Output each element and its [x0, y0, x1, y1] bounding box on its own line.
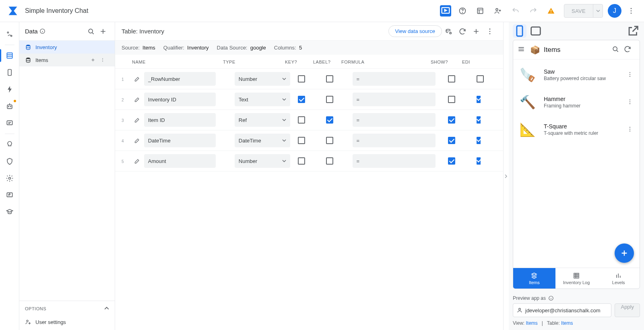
show-checkbox[interactable]	[448, 116, 455, 124]
rail-views-icon[interactable]	[2, 64, 18, 80]
more-icon[interactable]	[483, 25, 497, 38]
edit-row-icon[interactable]	[132, 117, 142, 123]
open-external-icon[interactable]	[626, 24, 640, 38]
apply-button[interactable]: Apply	[615, 303, 640, 317]
show-checkbox[interactable]	[448, 157, 455, 165]
search-icon[interactable]	[85, 25, 97, 37]
info-icon[interactable]	[548, 295, 554, 301]
add-icon[interactable]	[91, 56, 99, 64]
fab-add-button[interactable]	[615, 243, 634, 263]
add-column-icon[interactable]	[469, 25, 483, 38]
presentation-icon[interactable]	[440, 5, 451, 16]
list-item[interactable]: 🔨 Hammer Framing hammer	[513, 89, 640, 116]
column-name-input[interactable]	[144, 113, 216, 127]
column-type-select[interactable]: Ref	[235, 113, 290, 127]
phone-tab[interactable]: Inventory Log	[555, 268, 598, 289]
column-type-select[interactable]: Number	[235, 154, 290, 168]
item-more-icon[interactable]	[625, 124, 635, 135]
show-checkbox[interactable]	[448, 137, 455, 144]
options-header[interactable]: OPTIONS	[19, 301, 115, 316]
key-checkbox[interactable]	[298, 157, 305, 165]
footer-table-link[interactable]: Items	[561, 320, 573, 326]
rail-chat-icon[interactable]	[2, 115, 18, 131]
edit-row-icon[interactable]	[132, 138, 142, 144]
preview-email-input[interactable]: jdeveloper@christianschalk.com	[513, 303, 611, 317]
rail-intelligence-icon[interactable]	[2, 136, 18, 153]
refresh-icon[interactable]	[456, 25, 469, 38]
key-checkbox[interactable]	[298, 96, 305, 103]
rail-home-icon[interactable]	[2, 26, 18, 42]
data-item-inventory[interactable]: Inventory	[19, 41, 115, 54]
column-name-input[interactable]	[144, 72, 216, 86]
menu-icon[interactable]	[517, 45, 525, 54]
item-more-icon[interactable]	[625, 97, 635, 108]
edit-row-icon[interactable]	[132, 76, 142, 82]
avatar[interactable]: J	[608, 4, 621, 18]
list-item[interactable]: 🪚 Saw Battery powered circular saw	[513, 61, 640, 89]
column-type-select[interactable]: DateTime	[235, 134, 290, 147]
warning-icon[interactable]	[543, 3, 559, 19]
save-dropdown[interactable]	[593, 4, 603, 17]
search-icon[interactable]	[611, 45, 619, 54]
mobile-mode-button[interactable]	[513, 24, 526, 38]
editable-checkbox[interactable]	[477, 96, 481, 103]
item-subtitle: Framing hammer	[544, 103, 625, 109]
panel-resize-handle[interactable]	[503, 22, 509, 330]
rail-actions-icon[interactable]	[2, 81, 18, 97]
show-checkbox[interactable]	[448, 96, 455, 103]
rail-security-icon[interactable]	[2, 153, 18, 169]
editable-checkbox[interactable]	[477, 75, 484, 82]
refresh-icon[interactable]	[623, 45, 632, 54]
more-icon[interactable]	[623, 3, 639, 19]
column-type-select[interactable]: Text	[235, 93, 290, 106]
view-data-source-button[interactable]: View data source	[388, 25, 442, 37]
label-checkbox[interactable]	[326, 116, 333, 124]
rail-settings-icon[interactable]	[2, 170, 18, 186]
key-checkbox[interactable]	[298, 137, 305, 144]
list-item[interactable]: 📐 T-Square T-square with metric ruler	[513, 116, 640, 143]
edit-row-icon[interactable]	[132, 97, 142, 103]
key-checkbox[interactable]	[298, 75, 305, 82]
label-checkbox[interactable]	[326, 75, 333, 82]
edit-row-icon[interactable]	[132, 158, 142, 164]
editable-checkbox[interactable]	[477, 116, 481, 124]
formula-input[interactable]	[353, 134, 436, 147]
save-button[interactable]: SAVE	[564, 8, 593, 14]
add-icon[interactable]	[97, 25, 109, 37]
formula-input[interactable]	[353, 113, 436, 127]
data-item-label: Inventory	[35, 44, 57, 50]
regen-icon[interactable]	[442, 25, 456, 38]
redo-icon[interactable]	[525, 3, 541, 19]
tablet-mode-button[interactable]	[529, 24, 543, 38]
user-settings-item[interactable]: User settings	[19, 316, 115, 330]
label-checkbox[interactable]	[326, 137, 333, 144]
label-checkbox[interactable]	[326, 96, 333, 103]
help-icon[interactable]	[454, 3, 471, 19]
key-checkbox[interactable]	[298, 116, 305, 124]
editable-checkbox[interactable]	[477, 137, 481, 144]
rail-manage-icon[interactable]	[2, 187, 18, 203]
show-checkbox[interactable]	[448, 75, 455, 82]
info-icon[interactable]	[39, 28, 45, 34]
rail-automation-icon[interactable]	[2, 98, 18, 114]
more-icon[interactable]	[100, 56, 109, 64]
add-user-icon[interactable]	[490, 3, 506, 19]
phone-tab[interactable]: Levels	[597, 268, 640, 289]
rail-learn-icon[interactable]	[2, 204, 18, 220]
formula-input[interactable]	[353, 93, 436, 106]
phone-tab[interactable]: Items	[513, 268, 555, 289]
undo-icon[interactable]	[508, 3, 524, 19]
editable-checkbox[interactable]	[477, 157, 481, 165]
column-name-input[interactable]	[144, 134, 216, 147]
data-item-items[interactable]: Items	[19, 54, 115, 66]
formula-input[interactable]	[353, 72, 436, 86]
column-name-input[interactable]	[144, 154, 216, 168]
formula-input[interactable]	[353, 154, 436, 168]
layout-icon[interactable]	[472, 3, 488, 19]
column-type-select[interactable]: Number	[235, 72, 290, 86]
rail-data-icon[interactable]	[2, 47, 18, 64]
column-name-input[interactable]	[144, 93, 216, 106]
footer-view-link[interactable]: Items	[526, 320, 537, 326]
label-checkbox[interactable]	[326, 157, 333, 165]
item-more-icon[interactable]	[625, 70, 635, 80]
